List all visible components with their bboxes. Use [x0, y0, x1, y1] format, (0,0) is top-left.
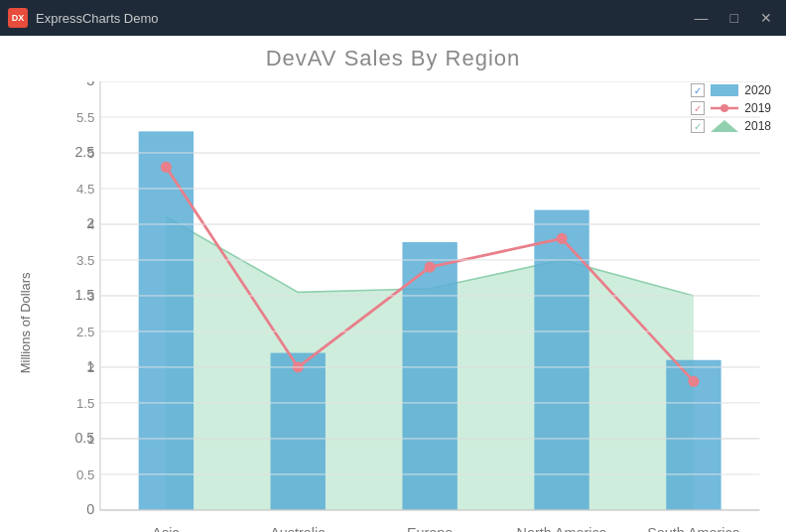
- svg-rect-28: [534, 210, 589, 510]
- svg-text:5.5: 5.5: [76, 110, 94, 125]
- x-label-north-america: North America: [517, 525, 607, 532]
- svg-text:2: 2: [87, 360, 94, 375]
- svg-point-30: [161, 162, 172, 173]
- legend-item-2020: ✓ 2020: [691, 83, 771, 97]
- app-window: DX ExpressCharts Demo — □ ✕ DevAV Sales …: [0, 0, 786, 532]
- legend-color-2020: [711, 83, 738, 97]
- close-button[interactable]: ✕: [754, 8, 778, 28]
- legend-checkbox-2020[interactable]: ✓: [691, 83, 705, 97]
- maximize-button[interactable]: □: [724, 8, 744, 28]
- legend-color-2018: [711, 119, 738, 133]
- svg-text:4: 4: [87, 217, 94, 232]
- app-icon: DX: [8, 8, 28, 28]
- titlebar: DX ExpressCharts Demo — □ ✕: [0, 0, 786, 36]
- svg-text:3: 3: [86, 81, 94, 88]
- chart-area: Millions of Dollars ✓ 2020 ✓: [10, 81, 776, 532]
- svg-marker-3: [711, 120, 738, 132]
- window-controls[interactable]: — □ ✕: [689, 8, 778, 28]
- legend-checkbox-2018[interactable]: ✓: [691, 119, 705, 133]
- svg-point-34: [688, 376, 699, 387]
- legend-item-2019: ✓ 2019: [691, 101, 771, 115]
- svg-point-33: [557, 233, 568, 244]
- svg-text:2.5: 2.5: [76, 325, 94, 339]
- chart-inner: ✓ 2020 ✓ 2019: [40, 81, 776, 532]
- legend-label-2018: 2018: [744, 119, 771, 133]
- svg-point-32: [425, 262, 436, 273]
- y-axis-label: Millions of Dollars: [10, 81, 40, 532]
- legend-checkbox-2019[interactable]: ✓: [691, 101, 705, 115]
- svg-text:1: 1: [87, 432, 94, 447]
- chart-legend: ✓ 2020 ✓ 2019: [691, 83, 771, 133]
- svg-text:0.5: 0.5: [76, 467, 94, 482]
- svg-text:4.5: 4.5: [76, 182, 94, 197]
- svg-text:1.5: 1.5: [76, 396, 94, 411]
- x-label-asia: Asia: [152, 525, 180, 532]
- chart-svg: 0 0.5 1 1.5 2 2.5 3: [40, 81, 776, 532]
- legend-label-2020: 2020: [744, 83, 771, 97]
- legend-item-2018: ✓ 2018: [691, 119, 771, 133]
- chart-container: DevAV Sales By Region Millions of Dollar…: [0, 36, 786, 532]
- minimize-button[interactable]: —: [689, 8, 715, 28]
- svg-text:3.5: 3.5: [76, 253, 94, 268]
- svg-text:5: 5: [87, 146, 94, 161]
- x-label-australia: Australia: [270, 525, 326, 532]
- svg-rect-26: [271, 353, 326, 510]
- x-label-europe: Europe: [407, 525, 453, 532]
- chart-title: DevAV Sales By Region: [10, 46, 776, 71]
- legend-label-2019: 2019: [744, 101, 771, 115]
- x-label-south-america: South America: [647, 525, 740, 532]
- svg-text:0: 0: [86, 501, 94, 517]
- svg-text:3: 3: [87, 289, 94, 304]
- window-title: ExpressCharts Demo: [36, 11, 689, 26]
- svg-point-2: [720, 104, 728, 112]
- x-axis-labels: Asia Australia Europe North America Sout…: [152, 525, 739, 532]
- legend-color-2019: [711, 101, 738, 115]
- svg-rect-0: [711, 84, 738, 96]
